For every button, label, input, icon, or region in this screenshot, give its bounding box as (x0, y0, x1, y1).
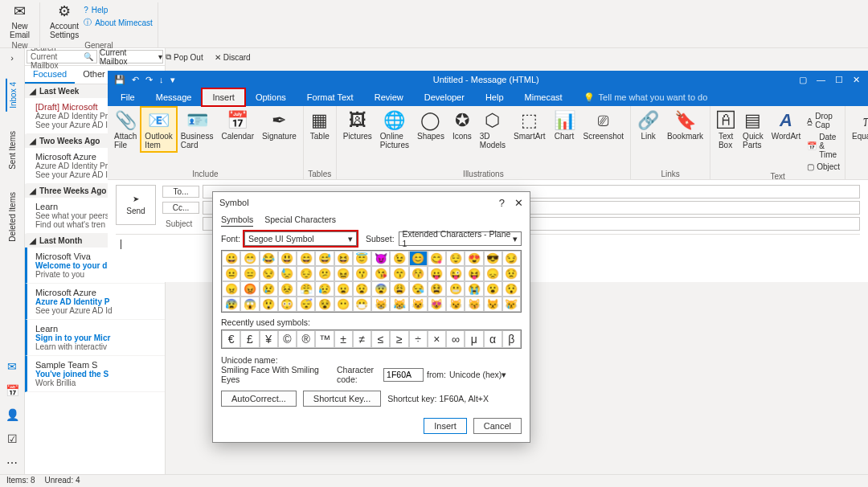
recent-symbol-cell[interactable]: ® (297, 330, 315, 348)
icons-button[interactable]: ✪Icons (449, 108, 475, 142)
symbol-cell[interactable]: 😡 (240, 281, 259, 297)
symbol-cell[interactable]: 😊 (409, 251, 428, 266)
online-pictures-button[interactable]: 🌐Online Pictures (377, 108, 412, 151)
symbol-cell[interactable]: 😍 (465, 251, 483, 266)
sent-folder[interactable]: Sent Items (6, 128, 18, 173)
qat-more-icon[interactable]: ↓ (159, 75, 164, 84)
symbol-cell[interactable]: 😗 (353, 266, 371, 281)
3d-models-button[interactable]: ⬡3D Models (477, 108, 509, 151)
symbol-cell[interactable]: 😆 (334, 251, 353, 266)
tab-developer[interactable]: Developer (415, 89, 474, 105)
undo-icon[interactable]: ↶ (132, 75, 139, 85)
recent-symbol-cell[interactable]: ∞ (446, 330, 465, 348)
symbol-cell[interactable]: 😵 (315, 297, 334, 312)
symbol-cell[interactable]: 😜 (446, 266, 465, 281)
outlook-item-button[interactable]: 📧Outlook Item (141, 108, 175, 151)
recent-symbol-cell[interactable]: ≠ (353, 330, 371, 348)
ribbon-options-icon[interactable]: ▢ (799, 75, 807, 85)
minimize-icon[interactable]: — (817, 75, 825, 85)
symbol-cell[interactable]: 😫 (428, 281, 446, 297)
symbol-cell[interactable]: 😢 (260, 281, 278, 297)
mail-item[interactable]: Microsoft AzureAzure AD Identity PSee yo… (25, 284, 165, 320)
search-scope-dropdown[interactable]: Current Mailbox▾ (99, 50, 163, 63)
search-input[interactable]: Search Current Mailbox🔍 (27, 50, 97, 63)
qat-customize-icon[interactable]: ▾ (170, 75, 175, 85)
symbol-cell[interactable]: 😪 (409, 281, 428, 297)
tab-special-characters[interactable]: Special Characters (264, 213, 336, 227)
rail-expand-icon[interactable]: › (10, 53, 14, 63)
symbol-cell[interactable]: 😅 (315, 251, 334, 266)
drop-cap-button[interactable]: A̲Drop Cap (805, 111, 841, 130)
tab-format[interactable]: Format Text (297, 89, 363, 105)
symbol-cell[interactable]: 😱 (240, 297, 259, 312)
symbol-cell[interactable]: 😂 (260, 251, 278, 266)
calendar-nav-icon[interactable]: 📅 (6, 384, 19, 397)
symbol-cell[interactable]: 😕 (315, 266, 334, 281)
symbol-cell[interactable]: 😖 (334, 266, 353, 281)
wordart-button[interactable]: AWordArt (768, 108, 805, 142)
symbol-cell[interactable]: 😁 (240, 251, 259, 266)
symbol-cell[interactable]: 😔 (297, 266, 315, 281)
tab-file[interactable]: File (111, 89, 145, 105)
recent-symbol-cell[interactable]: ™ (315, 330, 334, 348)
char-code-input[interactable] (383, 368, 424, 382)
symbol-cell[interactable]: 😞 (484, 266, 502, 281)
symbol-cell[interactable]: 😽 (465, 297, 483, 312)
date-time-button[interactable]: 📅Date & Time (805, 132, 841, 160)
symbol-cell[interactable]: 😴 (297, 297, 315, 312)
symbol-cell[interactable]: 😇 (353, 251, 371, 266)
maximize-icon[interactable]: ☐ (835, 75, 843, 85)
symbol-cell[interactable]: 😰 (222, 297, 240, 312)
recent-symbol-cell[interactable]: μ (465, 330, 483, 348)
deleted-folder[interactable]: Deleted Items (6, 189, 18, 245)
attach-file-button[interactable]: 📎Attach File (111, 108, 140, 151)
symbol-cell[interactable]: 😾 (484, 297, 502, 312)
tab-help[interactable]: Help (476, 89, 514, 105)
new-email-button[interactable]: ✉New Email (5, 2, 35, 41)
tab-review[interactable]: Review (365, 89, 413, 105)
symbol-cell[interactable]: 😌 (446, 251, 465, 266)
symbol-cell[interactable]: 😏 (502, 251, 521, 266)
autocorrect-button[interactable]: AutoCorrect... (221, 391, 297, 407)
recent-symbol-cell[interactable]: × (428, 330, 446, 348)
recent-symbol-cell[interactable]: ± (334, 330, 353, 348)
symbol-cell[interactable]: 😛 (428, 266, 446, 281)
smartart-button[interactable]: ⬚SmartArt (510, 108, 548, 142)
chart-button[interactable]: 📊Chart (551, 108, 579, 142)
save-icon[interactable]: 💾 (114, 75, 125, 85)
discard-button[interactable]: ✕Discard (215, 53, 251, 62)
symbol-cell[interactable]: 😮 (484, 281, 502, 297)
symbol-cell[interactable]: 😥 (315, 281, 334, 297)
symbol-cell[interactable]: 😸 (371, 297, 390, 312)
symbol-cell[interactable]: 😧 (353, 281, 371, 297)
popout-button[interactable]: ⧉Pop Out (166, 52, 203, 62)
cancel-button[interactable]: Cancel (473, 418, 522, 434)
symbol-cell[interactable]: 😨 (371, 281, 390, 297)
symbol-cell[interactable]: 😭 (465, 281, 483, 297)
symbol-cell[interactable]: 😣 (278, 281, 297, 297)
send-button[interactable]: ➤Send (116, 185, 156, 225)
to-button[interactable]: To... (162, 186, 199, 198)
shortcut-key-button[interactable]: Shortcut Key... (303, 391, 381, 407)
recent-symbol-cell[interactable]: ≤ (371, 330, 390, 348)
symbol-cell[interactable]: 😤 (297, 281, 315, 297)
symbol-cell[interactable]: 😳 (278, 297, 297, 312)
symbol-cell[interactable]: 😋 (428, 251, 446, 266)
symbol-cell[interactable]: 😼 (446, 297, 465, 312)
insert-button[interactable]: Insert (424, 418, 467, 434)
symbol-cell[interactable]: 😩 (390, 281, 408, 297)
symbol-cell[interactable]: 😈 (371, 251, 390, 266)
recent-symbol-cell[interactable]: ÷ (409, 330, 428, 348)
symbol-cell[interactable]: 😙 (390, 266, 408, 281)
symbol-cell[interactable]: 😎 (484, 251, 502, 266)
symbol-cell[interactable]: 😐 (222, 266, 240, 281)
signature-button[interactable]: ✒Signature (259, 108, 300, 142)
subset-select[interactable]: Extended Characters - Plane 1▾ (399, 231, 522, 246)
more-nav-icon[interactable]: ⋯ (6, 456, 18, 469)
about-link[interactable]: ⓘAbout Mimecast (84, 17, 153, 28)
bookmark-button[interactable]: 🔖Bookmark (664, 108, 706, 142)
pictures-button[interactable]: 🖼Pictures (340, 108, 375, 142)
tab-mimecast[interactable]: Mimecast (515, 89, 572, 105)
symbol-cell[interactable]: 😚 (409, 266, 428, 281)
symbol-cell[interactable]: 😉 (390, 251, 408, 266)
